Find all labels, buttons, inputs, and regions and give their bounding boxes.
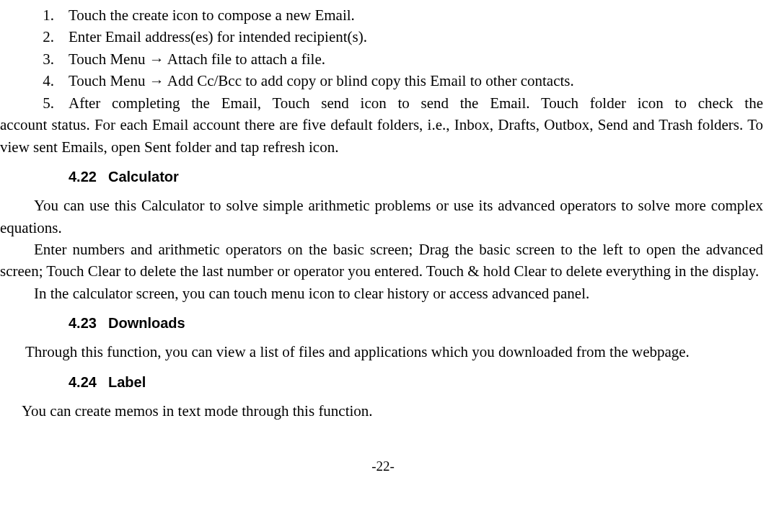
page-number: -22- bbox=[0, 456, 766, 476]
list-number: 4. bbox=[26, 70, 54, 92]
section-number: 4.22 bbox=[69, 167, 108, 187]
list-text: Enter Email address(es) for intended rec… bbox=[69, 26, 766, 48]
list-item: 2. Enter Email address(es) for intended … bbox=[0, 26, 766, 48]
section-title: Downloads bbox=[108, 313, 185, 334]
section-title: Label bbox=[108, 372, 146, 393]
list-item: 4. Touch Menu → Add Cc/Bcc to add copy o… bbox=[0, 70, 766, 92]
list-number: 3. bbox=[26, 48, 54, 70]
list-item: 5. After completing the Email, Touch sen… bbox=[0, 92, 766, 114]
paragraph: Through this function, you can view a li… bbox=[0, 341, 763, 363]
list-text: Touch the create icon to compose a new E… bbox=[69, 4, 766, 26]
section-heading-downloads: 4.23 Downloads bbox=[69, 313, 766, 334]
section-number: 4.24 bbox=[69, 372, 108, 393]
list-text: Touch Menu → Attach file to attach a fil… bbox=[69, 48, 766, 70]
paragraph: In the calculator screen, you can touch … bbox=[0, 283, 763, 304]
list-number: 5. bbox=[26, 92, 54, 114]
list-number: 1. bbox=[26, 4, 54, 26]
list-text: Touch Menu → Add Cc/Bcc to add copy or b… bbox=[69, 70, 766, 92]
section-number: 4.23 bbox=[69, 313, 108, 334]
paragraph: Enter numbers and arithmetic operators o… bbox=[0, 239, 763, 283]
section-heading-label: 4.24 Label bbox=[69, 372, 766, 393]
ordered-list: 1. Touch the create icon to compose a ne… bbox=[0, 4, 766, 158]
list-item: 3. Touch Menu → Attach file to attach a … bbox=[0, 48, 766, 70]
paragraph: You can create memos in text mode throug… bbox=[0, 400, 763, 422]
list-continuation: account status. For each Email account t… bbox=[0, 114, 766, 158]
paragraph: You can use this Calculator to solve sim… bbox=[0, 195, 763, 239]
list-item: 1. Touch the create icon to compose a ne… bbox=[0, 4, 766, 26]
list-number: 2. bbox=[26, 26, 54, 48]
list-text: After completing the Email, Touch send i… bbox=[69, 92, 766, 114]
section-heading-calculator: 4.22 Calculator bbox=[69, 167, 766, 187]
section-title: Calculator bbox=[108, 167, 179, 187]
